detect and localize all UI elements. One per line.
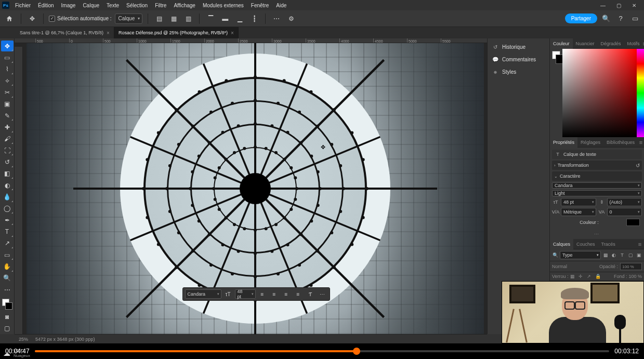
text-color-swatch[interactable] <box>626 219 640 226</box>
menu-plugins[interactable]: Modules externes <box>199 3 247 8</box>
window-minimize[interactable]: — <box>595 0 611 10</box>
menu-edit[interactable]: Édition <box>34 3 58 8</box>
color-mini-swatch[interactable] <box>550 49 562 137</box>
align-center-icon[interactable]: ≡ <box>269 289 280 299</box>
menu-image[interactable]: Image <box>58 3 80 8</box>
gear-icon[interactable]: ⚙ <box>285 13 297 24</box>
move-tool[interactable]: ✥ <box>1 41 14 51</box>
tab-gradients[interactable]: Dégradés <box>598 38 624 49</box>
background-color[interactable] <box>5 302 12 310</box>
path-tool[interactable]: ↗ <box>1 238 14 249</box>
auto-select-target[interactable]: Calque <box>115 14 143 24</box>
eraser-tool[interactable]: ◧ <box>1 168 14 179</box>
blend-mode-select[interactable]: Normal <box>552 264 597 269</box>
stamp-tool[interactable]: ⛶ <box>1 145 14 156</box>
share-button[interactable]: Partager <box>565 14 597 23</box>
canvas[interactable]: ✥ Candara τT 48 pt ≡ ≡ ≡ ≡ Ƭ ⋯ <box>27 43 484 334</box>
prop-transform-section[interactable]: › Transformation ↺ <box>552 161 642 170</box>
menu-layer[interactable]: Calque <box>79 3 103 8</box>
move-tool-icon[interactable]: ✥ <box>27 13 38 24</box>
align-middle-icon[interactable]: ▬ <box>219 13 231 24</box>
lasso-tool[interactable]: ⌇ <box>1 64 14 75</box>
screenmode-tool[interactable]: ▢ <box>1 323 14 334</box>
align-right-icon[interactable]: ≡ <box>281 289 292 299</box>
lock-pixels-icon[interactable]: ▦ <box>570 274 577 279</box>
align-center-h-icon[interactable]: ▦ <box>168 13 179 24</box>
menu-file[interactable]: Fichier <box>11 3 34 8</box>
zoom-level[interactable]: 25% <box>19 337 28 342</box>
menu-window[interactable]: Fenêtre <box>247 3 272 8</box>
more-icon[interactable]: ⋯ <box>271 13 282 24</box>
leading-input[interactable]: (Auto) <box>607 198 642 206</box>
tab-libraries[interactable]: Bibliothèques <box>603 137 638 148</box>
gradient-tool[interactable]: ◐ <box>1 180 14 191</box>
workspace-icon[interactable]: ▭ <box>629 13 641 24</box>
font-size-select[interactable]: 48 pt <box>235 289 256 299</box>
tab-swatches[interactable]: Nuancier <box>573 38 598 49</box>
lock-position-icon[interactable]: ✛ <box>579 274 585 279</box>
heal-tool[interactable]: ✚ <box>1 122 14 132</box>
history-brush-tool[interactable]: ↺ <box>1 156 14 167</box>
type-tool[interactable]: T <box>1 226 14 237</box>
menu-selection[interactable]: Sélection <box>123 3 151 8</box>
text-warp-icon[interactable]: Ƭ <box>305 289 316 299</box>
blur-tool[interactable]: 💧 <box>1 191 14 202</box>
shape-tool[interactable]: ▭ <box>1 249 14 260</box>
hue-slider[interactable] <box>637 49 644 137</box>
layer-filter-select[interactable]: Type <box>560 251 601 259</box>
align-left-icon[interactable]: ≡ <box>257 289 268 299</box>
filter-type-icon[interactable]: T <box>619 251 626 259</box>
color-swatches[interactable] <box>1 298 14 311</box>
filter-adjust-icon[interactable]: ◐ <box>610 251 617 259</box>
video-seek-track[interactable] <box>35 350 610 352</box>
lock-all-icon[interactable]: 🔒 <box>595 274 602 279</box>
font-family-select[interactable]: Candara <box>185 289 221 299</box>
weather-widget[interactable]: ☁ 19°C Nuageux <box>3 348 30 358</box>
align-left-icon[interactable]: ▤ <box>153 13 165 24</box>
close-icon[interactable]: × <box>231 30 234 36</box>
history-panel-toggle[interactable]: ↺ Historique <box>488 41 549 53</box>
filter-smart-icon[interactable]: ▣ <box>635 251 642 259</box>
auto-select-checkbox[interactable]: ✓ Sélection automatique : <box>49 16 112 22</box>
window-close[interactable]: ✕ <box>626 0 642 10</box>
home-button[interactable] <box>3 12 16 25</box>
video-seek-thumb[interactable] <box>353 348 360 355</box>
menu-text[interactable]: Texte <box>103 3 123 8</box>
crop-tool[interactable]: ✂ <box>1 87 14 98</box>
font-family-input[interactable]: Candara <box>552 182 642 189</box>
window-maximize[interactable]: ▢ <box>611 0 626 10</box>
distribute-icon[interactable]: ┇ <box>248 13 260 24</box>
saturation-value-picker[interactable] <box>562 49 637 137</box>
quickmask-tool[interactable]: ◙ <box>1 311 14 322</box>
menu-help[interactable]: Aide <box>272 3 290 8</box>
font-style-input[interactable]: Light <box>552 190 642 196</box>
menu-view[interactable]: Affichage <box>170 3 199 8</box>
tab-properties[interactable]: Propriétés <box>550 137 577 148</box>
panel-menu-icon[interactable]: ≡ <box>636 241 644 247</box>
align-top-icon[interactable]: ▔ <box>205 13 216 24</box>
doc-info[interactable]: 5472 px x 3648 px (300 ppp) <box>35 337 95 342</box>
ruler-horizontal[interactable]: 500 0 500 1000 1500 2000 2500 3000 3500 … <box>15 38 487 43</box>
tab-patterns[interactable]: Motifs <box>624 38 643 49</box>
dodge-tool[interactable]: ◯ <box>1 203 14 214</box>
align-justify-icon[interactable]: ≡ <box>293 289 304 299</box>
pen-tool[interactable]: ✒ <box>1 215 14 225</box>
styles-panel-toggle[interactable]: ⎈ Styles <box>488 65 549 78</box>
zoom-tool[interactable]: 🔍 <box>1 273 14 284</box>
lock-nested-icon[interactable]: ↗ <box>587 274 594 279</box>
tracking-input[interactable]: 0 <box>607 208 642 216</box>
align-right-icon[interactable]: ▥ <box>182 13 194 24</box>
tab-layers[interactable]: Calques <box>550 239 573 249</box>
edit-toolbar[interactable]: ⋯ <box>1 284 14 295</box>
help-icon[interactable]: ? <box>615 13 626 24</box>
eyedropper-tool[interactable]: ✎ <box>1 110 14 121</box>
close-icon[interactable]: × <box>107 30 110 36</box>
menu-filter[interactable]: Filtre <box>151 3 170 8</box>
filter-shape-icon[interactable]: ▢ <box>627 251 634 259</box>
more-options-icon[interactable]: ⋯ <box>552 232 642 237</box>
brush-tool[interactable]: 🖌 <box>1 134 14 144</box>
document-tab-2[interactable]: Rosace Défense.psd @ 25% (Photographe, R… <box>114 27 239 38</box>
marquee-tool[interactable]: ▭ <box>1 52 14 63</box>
filter-pixel-icon[interactable]: ▩ <box>602 251 609 259</box>
prop-character-section[interactable]: ⌄ Caractère <box>552 171 642 181</box>
